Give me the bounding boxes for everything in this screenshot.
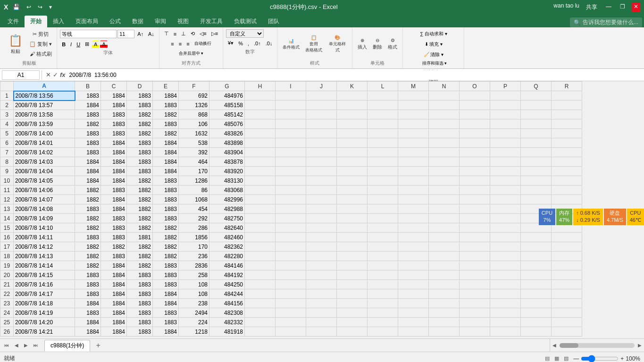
col-header-d[interactable]: D	[127, 82, 153, 91]
cell-empty[interactable]	[429, 308, 460, 318]
scroll-track[interactable]	[560, 343, 635, 348]
horizontal-scrollbar[interactable]: ◀ ▶	[550, 339, 644, 352]
cell-empty[interactable]	[398, 91, 429, 101]
cell-empty[interactable]	[337, 214, 368, 223]
cell-empty[interactable]	[276, 148, 306, 157]
cell-empty[interactable]	[306, 185, 337, 195]
cell-empty[interactable]	[276, 129, 306, 138]
cell-g14[interactable]: 482750	[209, 214, 245, 223]
border-button[interactable]: ⊞	[83, 40, 91, 48]
cell-empty[interactable]	[552, 242, 582, 252]
cell-empty[interactable]	[276, 214, 306, 223]
scroll-right-button[interactable]: ▶	[636, 342, 644, 349]
tab-insert[interactable]: 插入	[47, 16, 70, 27]
cell-c19[interactable]: 1884	[101, 261, 127, 270]
cell-a19[interactable]: 2008/7/8 14:14	[14, 261, 75, 270]
cell-empty[interactable]	[521, 242, 552, 252]
row-header[interactable]: 3	[0, 110, 14, 119]
cell-empty[interactable]	[490, 270, 521, 280]
row-header[interactable]: 14	[0, 214, 14, 223]
cell-empty[interactable]	[552, 167, 582, 176]
cell-empty[interactable]	[245, 167, 276, 176]
cell-empty[interactable]	[429, 318, 460, 327]
cell-c18[interactable]: 1883	[101, 252, 127, 261]
cell-empty[interactable]	[337, 223, 368, 233]
cell-empty[interactable]	[521, 157, 552, 167]
cell-empty[interactable]	[276, 223, 306, 233]
cell-b11[interactable]: 1882	[75, 185, 101, 195]
cell-d9[interactable]: 1883	[127, 167, 153, 176]
cell-b22[interactable]: 1883	[75, 289, 101, 299]
dec-decimal-button[interactable]: .0↓	[264, 40, 275, 47]
cell-a21[interactable]: 2008/7/8 14:16	[14, 280, 75, 289]
cell-empty[interactable]	[245, 261, 276, 270]
cell-empty[interactable]	[276, 138, 306, 148]
row-header[interactable]: 19	[0, 261, 14, 270]
row-header[interactable]: 15	[0, 223, 14, 233]
cell-empty[interactable]	[521, 185, 552, 195]
cell-empty[interactable]	[460, 318, 490, 327]
cell-e11[interactable]: 1883	[153, 185, 179, 195]
cell-empty[interactable]	[398, 129, 429, 138]
cell-c20[interactable]: 1884	[101, 270, 127, 280]
cell-g2[interactable]: 485158	[209, 101, 245, 110]
tab-team[interactable]: 团队	[262, 16, 285, 27]
cell-f4[interactable]: 106	[179, 119, 209, 129]
cell-empty[interactable]	[337, 176, 368, 185]
cell-empty[interactable]	[276, 242, 306, 252]
col-header-g[interactable]: G	[209, 82, 245, 91]
cell-empty[interactable]	[460, 195, 490, 204]
col-header-n[interactable]: N	[429, 82, 460, 91]
cell-b26[interactable]: 1884	[75, 327, 101, 337]
col-header-o[interactable]: O	[460, 82, 490, 91]
cell-empty[interactable]	[429, 101, 460, 110]
col-header-i[interactable]: I	[276, 82, 306, 91]
autosum-button[interactable]: ∑ 自动求和 ▾	[418, 30, 449, 38]
cell-empty[interactable]	[521, 233, 552, 242]
cell-empty[interactable]	[521, 289, 552, 299]
cell-c11[interactable]: 1883	[101, 185, 127, 195]
cell-empty[interactable]	[552, 119, 582, 129]
cell-empty[interactable]	[276, 195, 306, 204]
cell-empty[interactable]	[429, 233, 460, 242]
cell-a22[interactable]: 2008/7/8 14:17	[14, 289, 75, 299]
cell-empty[interactable]	[337, 308, 368, 318]
fill-button[interactable]: ⬇ 填充 ▾	[423, 40, 445, 49]
row-header[interactable]: 20	[0, 270, 14, 280]
underline-button[interactable]: U	[75, 41, 82, 48]
cell-e17[interactable]: 1882	[153, 242, 179, 252]
cell-empty[interactable]	[429, 185, 460, 195]
row-header[interactable]: 12	[0, 195, 14, 204]
row-header[interactable]: 8	[0, 157, 14, 167]
cell-empty[interactable]	[368, 299, 398, 308]
cell-empty[interactable]	[337, 242, 368, 252]
cell-c24[interactable]: 1884	[101, 308, 127, 318]
cell-g12[interactable]: 482996	[209, 195, 245, 204]
cell-empty[interactable]	[398, 138, 429, 148]
cell-empty[interactable]	[460, 233, 490, 242]
cell-empty[interactable]	[306, 289, 337, 299]
cell-empty[interactable]	[398, 242, 429, 252]
zoom-in-button[interactable]: +	[620, 355, 624, 362]
cell-empty[interactable]	[398, 148, 429, 157]
cell-empty[interactable]	[490, 289, 521, 299]
cell-a9[interactable]: 2008/7/8 14:04	[14, 167, 75, 176]
cell-empty[interactable]	[337, 280, 368, 289]
inc-decimal-button[interactable]: .0↑	[252, 40, 263, 47]
cell-empty[interactable]	[337, 233, 368, 242]
cell-e8[interactable]: 1884	[153, 157, 179, 167]
cell-empty[interactable]	[245, 148, 276, 157]
cell-empty[interactable]	[337, 252, 368, 261]
cell-empty[interactable]	[460, 91, 490, 101]
cell-e10[interactable]: 1883	[153, 176, 179, 185]
cell-empty[interactable]	[521, 299, 552, 308]
cell-empty[interactable]	[460, 280, 490, 289]
align-left-button[interactable]: ≡	[169, 40, 176, 48]
cell-b5[interactable]: 1883	[75, 129, 101, 138]
row-header[interactable]: 5	[0, 129, 14, 138]
cell-empty[interactable]	[398, 101, 429, 110]
cell-empty[interactable]	[368, 214, 398, 223]
tab-nav-prev[interactable]: ◀	[12, 342, 21, 349]
cell-empty[interactable]	[398, 167, 429, 176]
tab-pagelayout[interactable]: 页面布局	[70, 16, 104, 27]
